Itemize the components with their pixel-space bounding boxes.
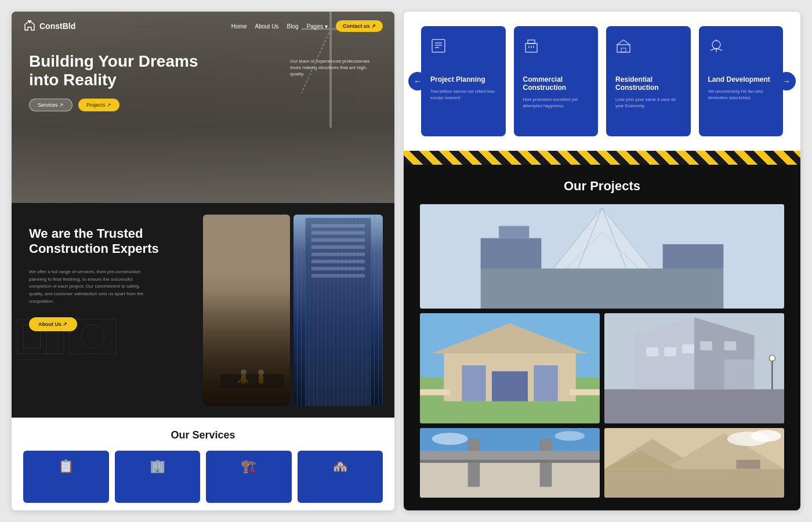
- svg-rect-76: [420, 460, 600, 463]
- nav-links: Home About Us Blog Pages ▾ Contact us ↗: [231, 20, 383, 32]
- logo-icon: [23, 20, 36, 32]
- project-image-house: [420, 313, 600, 423]
- warning-stripe: [404, 151, 800, 165]
- svg-rect-48: [499, 226, 529, 238]
- svg-rect-67: [700, 342, 712, 351]
- carousel-desc-4: Yet uncommonly his fan who diminution as…: [708, 88, 774, 102]
- carousel-icon-1: [430, 38, 496, 58]
- carousel-cards: Project Planning Two before narrow not r…: [421, 26, 783, 136]
- nav-pages[interactable]: Pages ▾: [307, 23, 328, 30]
- carousel-icon-4: [708, 38, 774, 58]
- contact-button[interactable]: Contact us ↗: [336, 20, 383, 32]
- svg-rect-86: [736, 460, 760, 469]
- services-button[interactable]: Services ↗: [29, 99, 72, 111]
- svg-rect-47: [481, 238, 542, 269]
- services-title: Our Services: [23, 429, 383, 441]
- building-facade: [293, 215, 383, 406]
- svg-rect-65: [664, 347, 676, 357]
- projects-title: Our Projects: [420, 179, 784, 194]
- projects-button[interactable]: Projects ↗: [78, 99, 119, 111]
- services-grid: 📋 🏢 🏗️ 🏘️: [23, 451, 383, 503]
- svg-point-77: [432, 433, 468, 445]
- svg-rect-31: [528, 40, 535, 44]
- carousel-icon-2: [523, 38, 589, 58]
- hero-buttons: Services ↗ Projects ↗: [29, 99, 377, 111]
- project-image-mountain: [604, 428, 784, 498]
- svg-rect-80: [604, 469, 784, 498]
- svg-rect-20: [311, 238, 365, 242]
- chevron-down-icon: ▾: [325, 23, 328, 30]
- carousel-title-3: Residential Construction: [615, 75, 682, 92]
- house-svg: [420, 313, 600, 423]
- svg-point-78: [555, 431, 585, 441]
- hero-content: Building Your Dreams into Reality Servic…: [12, 41, 394, 129]
- modern-building-svg: [604, 313, 784, 423]
- services-section: Our Services 📋 🏢 🏗️ 🏘️: [12, 418, 394, 510]
- services-carousel: ← Project Planning Two before narrow not…: [404, 12, 800, 151]
- about-images: [203, 203, 394, 418]
- projects-grid: [420, 204, 784, 498]
- about-title: We are the Trusted Construction Experts: [29, 226, 203, 257]
- carousel-desc-1: Two before narrow not relied how except …: [430, 88, 496, 102]
- svg-rect-19: [311, 231, 365, 234]
- service-icon-4: 🏘️: [332, 459, 348, 474]
- logo-text: ConstBld: [39, 21, 75, 31]
- service-card-2: 🏢: [115, 451, 201, 503]
- svg-rect-58: [570, 389, 600, 395]
- svg-rect-49: [663, 244, 724, 269]
- svg-rect-41: [481, 269, 724, 309]
- nav-about[interactable]: About Us: [255, 23, 278, 30]
- pyramid-building-svg: [420, 204, 784, 309]
- logo: ConstBld: [23, 20, 75, 32]
- about-section: We are the Trusted Construction Experts …: [12, 203, 394, 418]
- carousel-icon-3: [615, 38, 682, 58]
- infrastructure-svg: [420, 428, 600, 498]
- service-icon-3: 🏗️: [241, 459, 256, 474]
- about-left: We are the Trusted Construction Experts …: [12, 203, 220, 418]
- svg-rect-26: [432, 39, 445, 52]
- carousel-next-button[interactable]: →: [777, 72, 796, 90]
- svg-rect-66: [682, 345, 694, 354]
- about-description: We offer a full range of services, from …: [29, 269, 145, 306]
- svg-point-70: [769, 355, 775, 361]
- svg-rect-55: [534, 365, 557, 401]
- svg-rect-72: [420, 463, 600, 498]
- carousel-desc-3: Lose john poor same it case do year Extr…: [615, 96, 682, 110]
- nav-home[interactable]: Home: [231, 23, 247, 30]
- svg-rect-56: [492, 371, 528, 401]
- svg-rect-60: [604, 389, 784, 423]
- hero-section: ConstBld Home About Us Blog Pages ▾ Cont…: [12, 12, 394, 203]
- project-image-modern: [604, 313, 784, 423]
- nav-blog[interactable]: Blog: [287, 23, 299, 30]
- right-panel: ← Project Planning Two before narrow not…: [404, 12, 800, 510]
- carousel-card-2: Commercial Construction How promotion ex…: [514, 26, 599, 136]
- carousel-title-1: Project Planning: [430, 75, 496, 84]
- carousel-card-4: Land Development Yet uncommonly his fan …: [699, 26, 784, 136]
- projects-section: Our Projects: [404, 165, 800, 510]
- carousel-prev-button[interactable]: ←: [408, 72, 427, 90]
- svg-rect-18: [311, 224, 365, 227]
- hero-title: Building Your Dreams into Reality: [29, 52, 215, 89]
- carousel-card-3: Residential Construction Lose john poor …: [606, 26, 691, 136]
- carousel-card-1: Project Planning Two before narrow not r…: [421, 26, 506, 136]
- service-icon-2: 🏢: [150, 459, 165, 474]
- svg-rect-64: [646, 347, 658, 357]
- svg-rect-23: [311, 260, 365, 263]
- about-button[interactable]: About Us ↗: [29, 317, 77, 331]
- mountain-arch-svg: [604, 428, 784, 498]
- svg-rect-22: [311, 252, 365, 256]
- svg-rect-57: [420, 389, 450, 395]
- service-card-1: 📋: [23, 451, 109, 503]
- service-card-4: 🏘️: [298, 451, 383, 503]
- svg-rect-36: [621, 48, 626, 52]
- svg-rect-75: [420, 451, 600, 460]
- carousel-title-2: Commercial Construction: [523, 75, 589, 92]
- svg-rect-68: [724, 342, 737, 351]
- project-image-infrastructure: [420, 428, 600, 498]
- carousel-title-4: Land Development: [708, 75, 774, 84]
- svg-rect-54: [462, 365, 485, 401]
- about-image-building: [293, 215, 383, 406]
- left-panel: ConstBld Home About Us Blog Pages ▾ Cont…: [12, 12, 394, 510]
- svg-rect-24: [311, 267, 365, 270]
- svg-rect-21: [311, 245, 365, 249]
